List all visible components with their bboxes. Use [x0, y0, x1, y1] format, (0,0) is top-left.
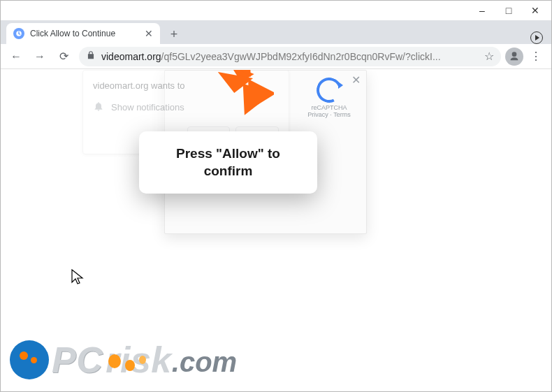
profile-avatar-button[interactable] — [505, 48, 523, 66]
watermark-risk: risk — [106, 339, 172, 381]
permission-item-label: Show notifications — [111, 102, 184, 112]
new-tab-button[interactable]: + — [164, 24, 184, 44]
pcrisk-watermark: PC risk .com — [10, 339, 237, 381]
page-content: ✕ reCAPTCHA Privacy · Terms videomart.or… — [1, 70, 551, 391]
bell-icon — [93, 101, 104, 114]
tab-title: Click Allow to Continue — [30, 29, 139, 38]
browser-window: – □ ✕ Click Allow to Continue ✕ + ← → ⟳ … — [0, 0, 552, 392]
lock-icon — [86, 50, 96, 63]
tab-strip: Click Allow to Continue ✕ + — [1, 20, 551, 44]
url-domain: videomart.org — [101, 51, 161, 62]
permission-item-row: Show notifications — [93, 101, 279, 114]
window-minimize-button[interactable]: – — [469, 1, 495, 20]
tab-close-button[interactable]: ✕ — [145, 28, 153, 39]
tab-favicon-icon — [13, 28, 24, 39]
mouse-cursor-icon — [71, 269, 84, 289]
window-close-button[interactable]: ✕ — [522, 1, 549, 20]
watermark-dotcom: .com — [172, 347, 237, 381]
window-titlebar: – □ ✕ — [1, 1, 551, 20]
url-text: videomart.org/qf5GLv2yeea3VgwWJPbdM92xfy… — [101, 51, 479, 62]
browser-toolbar: ← → ⟳ videomart.org/qf5GLv2yeea3VgwWJPbd… — [1, 44, 551, 69]
chrome-menu-button[interactable]: ⋮ — [525, 46, 547, 67]
permission-origin-text: videomart.org wants to — [93, 80, 279, 91]
media-control-icon[interactable] — [530, 31, 543, 44]
watermark-pc: PC — [52, 339, 103, 381]
address-bar[interactable]: videomart.org/qf5GLv2yeea3VgwWJPbdM92xfy… — [79, 47, 501, 66]
watermark-logo-icon — [10, 340, 49, 379]
recaptcha-badge: reCAPTCHA Privacy · Terms — [305, 78, 354, 118]
browser-tab[interactable]: Click Allow to Continue ✕ — [6, 23, 160, 44]
tabstrip-right — [530, 31, 546, 44]
scam-instruction-bubble: Press "Allow" to confirm — [139, 131, 317, 194]
back-button[interactable]: ← — [5, 46, 27, 67]
forward-button[interactable]: → — [29, 46, 51, 67]
bubble-message: Press "Allow" to confirm — [152, 145, 305, 180]
url-path: /qf5GLv2yeea3VgwWJPbdM92xfyI6dNn2r0Bcqn0… — [161, 51, 441, 62]
recaptcha-links: Privacy · Terms — [305, 111, 354, 118]
window-maximize-button[interactable]: □ — [495, 1, 522, 20]
bookmark-star-icon[interactable]: ☆ — [484, 50, 494, 63]
reload-button[interactable]: ⟳ — [52, 46, 75, 67]
recaptcha-logo-icon — [317, 78, 342, 103]
recaptcha-brand: reCAPTCHA — [305, 104, 354, 111]
